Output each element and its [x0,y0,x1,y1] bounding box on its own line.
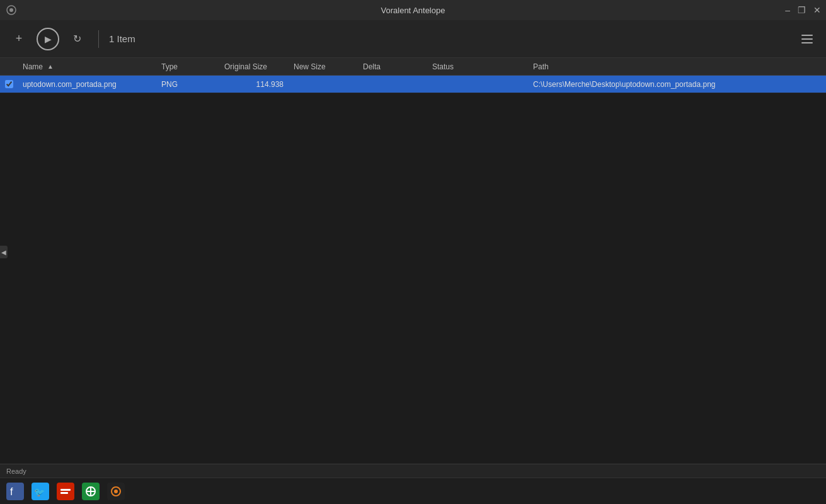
minimize-button[interactable]: – [785,6,790,14]
file-table: Name ▲ Type Original Size New Size Delta… [0,58,826,464]
toolbar: + ▶ ↻ 1 Item [0,20,826,58]
menu-line-1 [801,35,813,36]
svg-text:🐦: 🐦 [34,487,45,498]
taskbar-icon-5[interactable] [105,481,127,501]
svg-rect-8 [60,492,68,494]
row-name: uptodown.com_portada.png [18,80,156,89]
side-arrow-icon: ◀ [1,249,6,256]
side-arrow[interactable]: ◀ [0,246,8,258]
window-title: Voralent Antelope [381,6,445,15]
table-body: uptodown.com_portada.png PNG 114.938 C:\… [0,76,826,464]
svg-point-15 [114,490,118,493]
row-checkbox-input[interactable] [5,80,13,88]
table-header: Name ▲ Type Original Size New Size Delta… [0,58,826,76]
row-type: PNG [156,80,219,89]
window-controls: – ❐ ✕ [785,6,821,14]
status-text: Ready [6,467,26,475]
refresh-button[interactable]: ↻ [66,28,88,50]
svg-rect-6 [57,483,74,500]
row-path: C:\Users\Merche\Desktop\uptodown.com_por… [528,80,826,89]
svg-rect-7 [60,489,71,491]
menu-line-3 [801,42,813,43]
taskbar-icon-4[interactable] [79,481,102,501]
item-count: 1 Item [109,33,135,44]
header-original-size[interactable]: Original Size [219,58,289,76]
row-checkbox[interactable] [0,80,18,88]
menu-line-2 [801,38,813,40]
taskbar: f 🐦 [0,478,826,504]
toolbar-divider [98,30,99,48]
taskbar-icon-1[interactable]: f [4,481,26,501]
play-button[interactable]: ▶ [37,28,59,50]
header-type[interactable]: Type [156,58,219,76]
svg-rect-2 [6,483,24,500]
add-button[interactable]: + [8,28,30,50]
row-original-size: 114.938 [219,80,289,89]
play-icon: ▶ [45,34,52,44]
taskbar-icon-2[interactable]: 🐦 [29,481,52,501]
header-status[interactable]: Status [427,58,528,76]
title-bar: Voralent Antelope – ❐ ✕ [0,0,826,20]
taskbar-icon-3[interactable] [54,481,77,501]
maximize-button[interactable]: ❐ [798,6,806,14]
table-row[interactable]: uptodown.com_portada.png PNG 114.938 C:\… [0,76,826,93]
sort-arrow-name: ▲ [47,63,54,70]
refresh-icon: ↻ [73,33,81,45]
close-button[interactable]: ✕ [813,6,821,14]
header-new-size[interactable]: New Size [289,58,358,76]
status-bar: Ready [0,464,826,478]
header-name[interactable]: Name ▲ [18,58,156,76]
svg-text:f: f [10,486,13,497]
header-delta[interactable]: Delta [358,58,427,76]
menu-button[interactable] [796,28,818,50]
app-logo [6,5,16,15]
svg-point-1 [9,8,13,12]
header-path[interactable]: Path [528,58,826,76]
